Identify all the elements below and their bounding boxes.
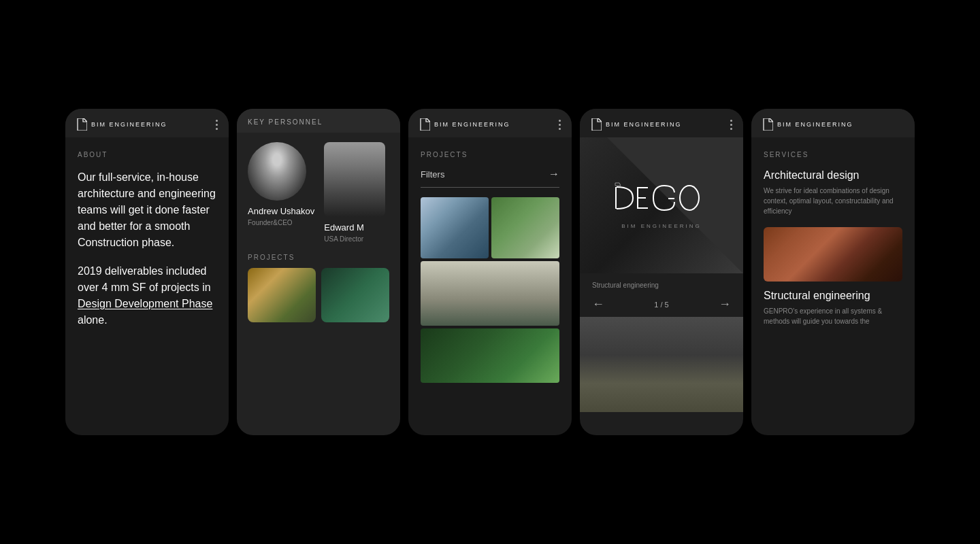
brand-subtitle: BIM ENGINEERING [621, 223, 701, 229]
service-desc-2: GENPRO's experience in all systems & met… [764, 306, 902, 326]
project-img-trees [421, 328, 559, 383]
projects-section-label: PROJECTS [421, 151, 559, 158]
person-name-1: Andrew Ushakov [248, 206, 314, 216]
logo-text-5: BIM ENGINEERING [777, 121, 853, 128]
brand-navigation: ← 1 / 5 → [592, 297, 731, 311]
person-face-inner-2 [324, 142, 385, 217]
about-label: ABOUT [78, 151, 216, 158]
personnel-row: Andrew Ushakov Founder&CEO Edward M USA … [248, 142, 389, 243]
filters-text: Filters [421, 169, 444, 180]
phone-content-projects: PROJECTS Filters → [408, 137, 572, 432]
brand-service-section: Structural engineering ← 1 / 5 → [580, 273, 743, 317]
projects-label-2: PROJECTS [248, 254, 389, 261]
brand-bottom-scene [580, 317, 743, 412]
logo-text-3: BIM ENGINEERING [434, 121, 510, 128]
project-img-exterior [491, 197, 559, 258]
person-1: Andrew Ushakov Founder&CEO [248, 142, 314, 226]
thumb-1 [248, 268, 316, 322]
thumb-2 [321, 268, 389, 322]
doc-icon-5 [762, 118, 773, 131]
svg-rect-5 [668, 198, 674, 199]
filters-arrow-icon[interactable]: → [549, 168, 559, 180]
brand-service-label: Structural engineering [592, 282, 731, 289]
person-title-2: USA Director [324, 235, 363, 243]
project-thumbs-2 [248, 268, 389, 322]
phone-about: BIM ENGINEERING ABOUT Our full-service, … [65, 109, 229, 435]
phone-content-about: ABOUT Our full-service, in-house archite… [65, 137, 229, 432]
svg-rect-2 [637, 187, 648, 188]
menu-dots-1[interactable] [216, 120, 218, 130]
services-section-label: SERVICES [764, 151, 902, 158]
service-desc-1: We strive for ideal combinations of desi… [764, 186, 902, 216]
logo-text-4: BIM ENGINEERING [606, 121, 682, 128]
phone-header-2: KEY PERSONNEL [237, 109, 400, 133]
phone-header-5: BIM ENGINEERING [751, 109, 915, 137]
logo-5: BIM ENGINEERING [762, 118, 853, 131]
phone-header-1: BIM ENGINEERING [65, 109, 229, 137]
doc-icon-3 [419, 118, 430, 131]
highlight-text: Design Development Phase [78, 298, 212, 309]
menu-dots-4[interactable] [730, 120, 732, 130]
brand-prev-icon[interactable]: ← [592, 297, 604, 311]
brand-scene-bg [580, 317, 743, 412]
project-images-grid [421, 197, 559, 383]
service-name-1: Architectural design [764, 169, 902, 182]
personnel-label: KEY PERSONNEL [248, 118, 323, 126]
brand-logo-container: BIM ENGINEERING [593, 151, 730, 260]
service-item-1: Architectural design We strive for ideal… [764, 169, 902, 216]
phone-content-services: SERVICES Architectural design We strive … [751, 137, 915, 432]
brand-hero: BIM ENGINEERING [580, 137, 743, 273]
service-image-1 [764, 227, 902, 282]
project-img-modern [421, 261, 559, 326]
person-name-2: Edward M [324, 222, 364, 233]
person-2: Edward M USA Director [324, 142, 385, 243]
project-img-interior [421, 197, 489, 258]
dego-logo-svg [614, 182, 709, 219]
logo-text-1: BIM ENGINEERING [91, 121, 167, 128]
svg-rect-4 [637, 207, 648, 209]
service-item-2: Structural engineering GENPRO's experien… [764, 290, 902, 326]
phone-services: BIM ENGINEERING SERVICES Architectural d… [751, 109, 915, 435]
about-text: Our full-service, in-house architecture … [78, 169, 216, 328]
phone-content-personnel: Andrew Ushakov Founder&CEO Edward M USA … [237, 133, 400, 332]
phone-header-4: BIM ENGINEERING [580, 109, 743, 137]
logo-3: BIM ENGINEERING [419, 118, 510, 131]
doc-icon-4 [591, 118, 602, 131]
filters-bar[interactable]: Filters → [421, 168, 559, 188]
doc-icon [76, 118, 87, 131]
phone-brand: BIM ENGINEERING [580, 109, 743, 435]
svg-rect-0 [615, 187, 617, 209]
svg-rect-3 [637, 197, 646, 199]
logo-1: BIM ENGINEERING [76, 118, 167, 131]
service-name-2: Structural engineering [764, 290, 902, 302]
svg-point-6 [680, 186, 699, 210]
person-title-1: Founder&CEO [248, 219, 293, 226]
phones-showcase: BIM ENGINEERING ABOUT Our full-service, … [52, 95, 928, 449]
menu-dots-3[interactable] [559, 120, 561, 130]
brand-next-icon[interactable]: → [719, 297, 731, 311]
person-face-1 [248, 142, 306, 201]
person-face-2 [324, 142, 385, 217]
phone-projects: BIM ENGINEERING PROJECTS Filters → [408, 109, 572, 435]
brand-counter: 1 / 5 [654, 301, 668, 309]
service-img-bg-1 [764, 227, 902, 282]
logo-4: BIM ENGINEERING [591, 118, 682, 131]
phone-header-3: BIM ENGINEERING [408, 109, 572, 137]
person-face-inner-1 [248, 142, 306, 201]
phone-personnel: KEY PERSONNEL Andrew Ushakov Founder&CEO… [237, 109, 400, 435]
